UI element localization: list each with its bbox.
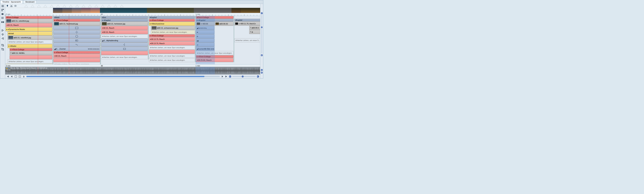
clip-maske[interactable]: ▾ •• Maske [8, 44, 52, 48]
cut-icon[interactable] [10, 4, 13, 7]
fx-alpha-5[interactable]: ◢ Alphablending [196, 26, 214, 30]
chapter-kapitel[interactable]: ▾ Kapitel [149, 16, 195, 19]
clip-flexi2[interactable]: ▾ •• Flexi-Collage [10, 48, 52, 51]
fx-see-1[interactable] [101, 43, 148, 47]
drop-zone-kap3[interactable]: ⬇ Hierher ziehen, um neue Spur anzulegen… [149, 54, 195, 58]
drop-6[interactable]: ⬇ Hierher ziehen, um neue S… [234, 38, 260, 42]
clip-rauch[interactable]: ✦ 00:15, Rauch [6, 23, 52, 27]
clip-0006[interactable]: ⚹ ⊞ 00:06 [196, 22, 214, 26]
clip-dynmaske[interactable]: ▾ •• Dynamische Maske [6, 27, 52, 31]
fx-5-3[interactable]: 📷 [196, 38, 214, 42]
zoom-in-icon[interactable]: + [257, 75, 259, 78]
tab-timeline[interactable]: Timeline - Spuransicht [0, 0, 23, 4]
zoom-slider[interactable] [232, 76, 256, 77]
tracks-area[interactable]: ▾ Flexi-Collage ⊞ 00:15, nebelfeld.jpg ✦… [5, 16, 260, 64]
chapter-wald[interactable]: ▾ Wald [53, 16, 100, 19]
marker-transport-icon[interactable] [18, 75, 21, 78]
clip-nebelfeld2[interactable]: ⊞ 00:15, nebelfeld.jpg [8, 36, 52, 40]
svg-rect-25 [75, 27, 78, 29]
clip-rauch-wald[interactable]: ✦ 00:15, Rauch [53, 54, 100, 58]
fx-track-3[interactable] [53, 34, 100, 38]
flexi-5-2[interactable]: ▾ •• Flexi-Collage [196, 55, 234, 58]
align-left-icon[interactable] [1, 29, 4, 32]
down-transport-icon[interactable] [22, 75, 25, 78]
drop-5-1[interactable]: ⬇ Hierher ziehen, um neue Spur anzulegen… [196, 51, 234, 55]
fx-5-1[interactable]: ⬌ [196, 30, 214, 34]
clip-black[interactable]: ⚹ ⧈ 00:11.70, black1x [234, 21, 260, 26]
drop-zone-wald[interactable]: ⬇ Hierher ziehen, um neue Spur anzulegen… [53, 62, 100, 64]
audio-track[interactable]: 🔒 🔊 Air_to_the_Throne.mp3 (Dauer: 02:03/… [5, 67, 260, 74]
fx-track-5[interactable] [53, 43, 100, 47]
fx-see-2[interactable] [101, 47, 148, 51]
clip-schwanensee[interactable]: ⊞ 00:15, schwanensee.jpg [151, 26, 195, 30]
thumbnail-strip[interactable] [53, 8, 260, 13]
goto-end-icon[interactable] [225, 75, 228, 78]
drop-zone-see1[interactable]: ⬇ Hierher ziehen, um neue Spur anzulegen… [101, 34, 148, 38]
fx-track-2[interactable] [53, 30, 100, 34]
drop-zone[interactable]: ⬇ Hierher ziehen, um neue Spur anzulegen… [8, 40, 52, 44]
chapter-header[interactable]: ▾ Flexi-Collage [6, 16, 52, 19]
vzoom-plus-icon[interactable]: + [261, 54, 263, 56]
tool-icon-3[interactable] [1, 12, 4, 15]
clip-000650[interactable]: ⊞ 00:06.50 [215, 22, 234, 26]
tool-icon-2[interactable] [1, 8, 4, 11]
tool-icon-4[interactable] [1, 16, 4, 19]
clip-rauch-5[interactable]: ✦ 00:25.60, Rauch [196, 58, 234, 62]
flexi-wald[interactable]: ▾ •• Flexi-Collage [53, 19, 100, 21]
chapter-see[interactable]: ▾ See [101, 16, 148, 19]
kapitel-5[interactable]: ▾ •• Kapitel [196, 19, 234, 21]
marker-icon[interactable] [6, 4, 9, 7]
audio-ruler[interactable]: 0 min 30 1 min [5, 64, 260, 67]
tool-icon-5[interactable] [1, 20, 4, 24]
kapitel-see[interactable]: ▾ •• Kapitel [101, 19, 148, 21]
clip-t-6[interactable]: T ⊞ [249, 30, 260, 34]
clip-weich[interactable]: ▾ •• Weichzeichner [149, 22, 195, 26]
fx-5-2[interactable]: ⊚ [196, 34, 214, 38]
vzoom-minus-icon[interactable]: − [261, 12, 263, 14]
clip-nebel[interactable]: T ⊞ 00:15, NEBEL [10, 51, 52, 55]
next-icon[interactable] [221, 75, 224, 78]
crop-transport-icon[interactable] [14, 75, 17, 78]
zoom-out-icon[interactable]: − [229, 75, 231, 78]
clip-nebelfeld[interactable]: ⊞ 00:15, nebelfeld.jpg [6, 19, 52, 23]
vzoom-slider[interactable] [262, 15, 262, 54]
fx-track-4[interactable] [53, 38, 100, 42]
fx-alpha-see[interactable]: ◢ 0… Alphablending [101, 38, 148, 42]
fx-zoomer[interactable]: ◢ 0… ZoomerMit Bild einblenden [53, 47, 100, 51]
clip-rauch-see2[interactable]: ✦ 00:15, Rauch [101, 30, 148, 34]
clip-nadelwald[interactable]: ⊞ 00:15, Nadelwald.jpg [53, 22, 100, 26]
clip-inhalt[interactable]: ▾ Inhalt [8, 31, 52, 35]
tool-icon-1[interactable] [1, 4, 4, 7]
crop-icon[interactable] [1, 44, 4, 47]
eye-icon[interactable] [14, 4, 17, 7]
clip-herbstsee[interactable]: ⊞ 00:15, herbstsee.jpg [101, 22, 148, 26]
fx-zoomer-5[interactable]: ◢ZoomerMit Bild einblenden [196, 47, 214, 51]
fx-5-4[interactable]: 🔊 [196, 43, 214, 47]
flexi-wald-2[interactable]: ▾ •• Flexi-Collage [53, 51, 100, 54]
horizontal-scrollbar[interactable] [26, 76, 220, 77]
align-center-icon[interactable] [1, 33, 4, 36]
drop-zone-2[interactable]: ⬇ Hierher ziehen, um neue Spur anzulegen… [8, 59, 52, 63]
clip-rauch-kap1[interactable]: ✦ 00:13.70, Rauch [149, 37, 195, 41]
align-right-icon[interactable] [1, 37, 4, 40]
drop-zone-kap2[interactable]: ⬇ Hierher ziehen, um neue Spur anzulegen… [149, 45, 195, 49]
clip-rauch-kap2[interactable]: ✦ 00:13.70, Rauch [149, 41, 195, 45]
time-ruler[interactable]: 0 min 30 1 min [5, 13, 260, 16]
chapter-flexi5[interactable]: ▾ Flexi-Collage [196, 16, 234, 19]
drop-zone-kap4[interactable]: ⬇ Hierher ziehen, um neue Spur anzulegen… [149, 58, 195, 62]
flexi-kap-2[interactable]: ▾ •• Flexi-Collage [149, 34, 195, 37]
clip-rauch-see1[interactable]: ✦ 00:15, Rauch [101, 26, 148, 30]
goto-start-icon[interactable] [6, 75, 9, 78]
drop-zone-kap1[interactable]: ⬇ Hierher ziehen, um neue Spur anzulegen… [151, 30, 195, 34]
prev-icon[interactable] [10, 75, 13, 78]
tab-storyboard[interactable]: Storyboard [23, 0, 36, 4]
crop-icon-2[interactable] [1, 48, 4, 51]
app-window: Timeline - Spuransicht Storyboard [0, 0, 263, 78]
drop-zone-see2[interactable]: ⬇ Hierher ziehen, um neue Spur anzulegen… [101, 55, 148, 59]
audio-zoom-minus-icon[interactable]: − [261, 69, 263, 71]
fx-track-1[interactable] [53, 26, 100, 30]
audio-zoom-plus-icon[interactable]: + [261, 72, 263, 74]
clip-0083[interactable]: T ⊞ 00:08.3 [249, 26, 260, 30]
kapitel-6[interactable]: ▾ Kapitel [234, 19, 260, 21]
flexi-kap[interactable]: ▾ •• Flexi-Collage [149, 19, 195, 21]
